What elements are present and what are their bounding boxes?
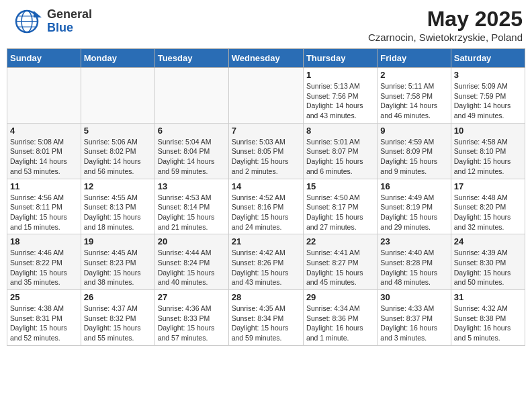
calendar-cell <box>7 68 81 124</box>
calendar-table: SundayMondayTuesdayWednesdayThursdayFrid… <box>7 48 525 346</box>
calendar-cell: 8Sunrise: 5:01 AMSunset: 8:07 PMDaylight… <box>303 123 377 179</box>
calendar-cell: 15Sunrise: 4:50 AMSunset: 8:17 PMDayligh… <box>303 179 377 234</box>
calendar-cell: 9Sunrise: 4:59 AMSunset: 8:09 PMDaylight… <box>378 123 451 179</box>
day-info: Sunrise: 5:09 AMSunset: 7:59 PMDaylight:… <box>454 81 522 121</box>
day-info: Sunrise: 4:50 AMSunset: 8:17 PMDaylight:… <box>306 193 374 232</box>
page-header: General Blue May 2025 Czarnocin, Swietok… <box>7 7 525 43</box>
day-number: 31 <box>454 292 522 302</box>
day-number: 6 <box>158 126 226 136</box>
calendar-cell: 21Sunrise: 4:42 AMSunset: 8:26 PMDayligh… <box>228 234 303 290</box>
column-header-friday: Friday <box>378 49 451 68</box>
calendar-week-row: 11Sunrise: 4:56 AMSunset: 8:11 PMDayligh… <box>7 179 525 234</box>
day-info: Sunrise: 4:39 AMSunset: 8:30 PMDaylight:… <box>454 248 522 287</box>
calendar-cell: 24Sunrise: 4:39 AMSunset: 8:30 PMDayligh… <box>451 234 525 290</box>
calendar-cell: 23Sunrise: 4:40 AMSunset: 8:28 PMDayligh… <box>378 234 451 290</box>
title-section: May 2025 Czarnocin, Swietokrzyskie, Pola… <box>368 7 523 43</box>
day-info: Sunrise: 4:35 AMSunset: 8:34 PMDaylight:… <box>232 304 300 343</box>
calendar-week-row: 4Sunrise: 5:08 AMSunset: 8:01 PMDaylight… <box>7 123 525 179</box>
day-info: Sunrise: 5:03 AMSunset: 8:05 PMDaylight:… <box>232 137 300 177</box>
calendar-cell: 1Sunrise: 5:13 AMSunset: 7:56 PMDaylight… <box>303 68 377 124</box>
calendar-cell: 19Sunrise: 4:45 AMSunset: 8:23 PMDayligh… <box>81 234 154 290</box>
day-number: 1 <box>306 70 374 80</box>
logo-blue-text: Blue <box>47 21 92 35</box>
svg-marker-5 <box>34 11 42 17</box>
calendar-cell: 12Sunrise: 4:55 AMSunset: 8:13 PMDayligh… <box>81 179 154 234</box>
calendar-cell: 13Sunrise: 4:53 AMSunset: 8:14 PMDayligh… <box>154 179 228 234</box>
day-info: Sunrise: 4:34 AMSunset: 8:36 PMDaylight:… <box>306 304 374 343</box>
calendar-cell <box>228 68 303 124</box>
day-info: Sunrise: 5:01 AMSunset: 8:07 PMDaylight:… <box>306 137 374 177</box>
calendar-cell: 3Sunrise: 5:09 AMSunset: 7:59 PMDaylight… <box>451 68 525 124</box>
calendar-week-row: 25Sunrise: 4:38 AMSunset: 8:31 PMDayligh… <box>7 290 525 346</box>
day-info: Sunrise: 4:42 AMSunset: 8:26 PMDaylight:… <box>232 248 300 287</box>
calendar-cell: 7Sunrise: 5:03 AMSunset: 8:05 PMDaylight… <box>228 123 303 179</box>
day-number: 3 <box>454 70 522 80</box>
calendar-cell: 31Sunrise: 4:32 AMSunset: 8:38 PMDayligh… <box>451 290 525 346</box>
day-info: Sunrise: 4:53 AMSunset: 8:14 PMDaylight:… <box>158 193 226 232</box>
day-number: 12 <box>84 181 152 191</box>
day-info: Sunrise: 4:55 AMSunset: 8:13 PMDaylight:… <box>84 193 152 232</box>
calendar-cell: 16Sunrise: 4:49 AMSunset: 8:19 PMDayligh… <box>378 179 451 234</box>
calendar-cell: 27Sunrise: 4:36 AMSunset: 8:33 PMDayligh… <box>154 290 228 346</box>
day-info: Sunrise: 4:56 AMSunset: 8:11 PMDaylight:… <box>10 193 78 232</box>
day-number: 25 <box>10 292 78 302</box>
calendar-header-row: SundayMondayTuesdayWednesdayThursdayFrid… <box>7 49 525 68</box>
calendar-cell: 28Sunrise: 4:35 AMSunset: 8:34 PMDayligh… <box>228 290 303 346</box>
calendar-week-row: 1Sunrise: 5:13 AMSunset: 7:56 PMDaylight… <box>7 68 525 124</box>
day-number: 4 <box>10 126 78 136</box>
day-number: 7 <box>232 126 300 136</box>
column-header-wednesday: Wednesday <box>228 49 303 68</box>
day-number: 2 <box>380 70 447 80</box>
day-number: 19 <box>84 236 152 246</box>
calendar-cell: 20Sunrise: 4:44 AMSunset: 8:24 PMDayligh… <box>154 234 228 290</box>
day-info: Sunrise: 4:37 AMSunset: 8:32 PMDaylight:… <box>84 304 152 343</box>
column-header-saturday: Saturday <box>451 49 525 68</box>
calendar-cell: 14Sunrise: 4:52 AMSunset: 8:16 PMDayligh… <box>228 179 303 234</box>
month-year-title: May 2025 <box>368 7 523 32</box>
day-info: Sunrise: 4:41 AMSunset: 8:27 PMDaylight:… <box>306 248 374 287</box>
day-info: Sunrise: 4:38 AMSunset: 8:31 PMDaylight:… <box>10 304 78 343</box>
logo-general-text: General <box>47 8 92 21</box>
day-number: 11 <box>10 181 78 191</box>
calendar-cell: 18Sunrise: 4:46 AMSunset: 8:22 PMDayligh… <box>7 234 81 290</box>
calendar-cell: 10Sunrise: 4:58 AMSunset: 8:10 PMDayligh… <box>451 123 525 179</box>
calendar-cell: 17Sunrise: 4:48 AMSunset: 8:20 PMDayligh… <box>451 179 525 234</box>
day-number: 24 <box>454 236 522 246</box>
calendar-cell <box>81 68 154 124</box>
day-number: 29 <box>306 292 374 302</box>
day-info: Sunrise: 4:36 AMSunset: 8:33 PMDaylight:… <box>158 304 226 343</box>
day-number: 15 <box>306 181 374 191</box>
logo-icon <box>9 7 44 36</box>
calendar-cell: 25Sunrise: 4:38 AMSunset: 8:31 PMDayligh… <box>7 290 81 346</box>
day-number: 23 <box>380 236 447 246</box>
location-text: Czarnocin, Swietokrzyskie, Poland <box>368 32 523 43</box>
calendar-cell: 11Sunrise: 4:56 AMSunset: 8:11 PMDayligh… <box>7 179 81 234</box>
day-number: 22 <box>306 236 374 246</box>
calendar-cell: 30Sunrise: 4:33 AMSunset: 8:37 PMDayligh… <box>378 290 451 346</box>
calendar-cell: 26Sunrise: 4:37 AMSunset: 8:32 PMDayligh… <box>81 290 154 346</box>
day-number: 14 <box>232 181 300 191</box>
day-number: 27 <box>158 292 226 302</box>
column-header-monday: Monday <box>81 49 154 68</box>
day-number: 10 <box>454 126 522 136</box>
calendar-cell: 29Sunrise: 4:34 AMSunset: 8:36 PMDayligh… <box>303 290 377 346</box>
day-number: 5 <box>84 126 152 136</box>
column-header-thursday: Thursday <box>303 49 377 68</box>
day-number: 20 <box>158 236 226 246</box>
day-number: 28 <box>232 292 300 302</box>
day-number: 8 <box>306 126 374 136</box>
day-info: Sunrise: 4:46 AMSunset: 8:22 PMDaylight:… <box>10 248 78 287</box>
day-info: Sunrise: 4:44 AMSunset: 8:24 PMDaylight:… <box>158 248 226 287</box>
day-info: Sunrise: 4:52 AMSunset: 8:16 PMDaylight:… <box>232 193 300 232</box>
day-info: Sunrise: 4:58 AMSunset: 8:10 PMDaylight:… <box>454 137 522 177</box>
day-number: 13 <box>158 181 226 191</box>
day-info: Sunrise: 4:32 AMSunset: 8:38 PMDaylight:… <box>454 304 522 343</box>
calendar-cell: 4Sunrise: 5:08 AMSunset: 8:01 PMDaylight… <box>7 123 81 179</box>
day-number: 26 <box>84 292 152 302</box>
column-header-sunday: Sunday <box>7 49 81 68</box>
column-header-tuesday: Tuesday <box>154 49 228 68</box>
calendar-cell: 2Sunrise: 5:11 AMSunset: 7:58 PMDaylight… <box>378 68 451 124</box>
day-info: Sunrise: 4:33 AMSunset: 8:37 PMDaylight:… <box>380 304 447 343</box>
day-number: 18 <box>10 236 78 246</box>
day-info: Sunrise: 5:13 AMSunset: 7:56 PMDaylight:… <box>306 81 374 121</box>
